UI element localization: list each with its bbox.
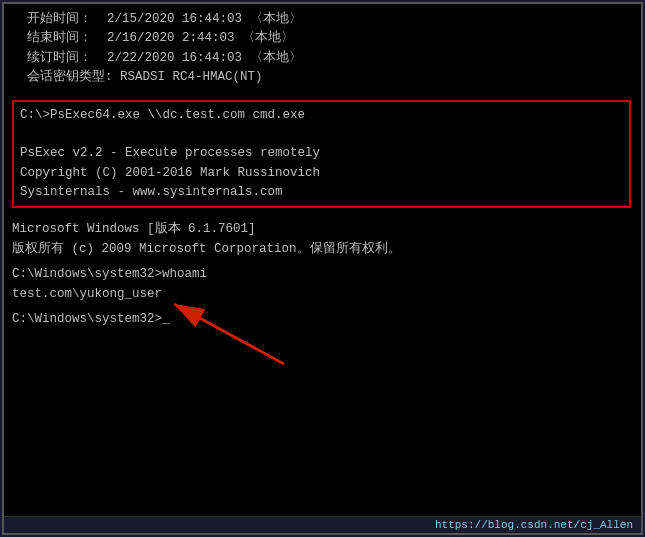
windows-version: Microsoft Windows [版本 6.1.7601] — [12, 220, 633, 239]
psexec-block: C:\>PsExec64.exe \\dc.test.com cmd.exe P… — [12, 100, 631, 209]
final-prompt: C:\Windows\system32>_ — [12, 310, 633, 329]
session-key-line: 会话密钥类型: RSADSI RC4-HMAC(NT) — [12, 68, 633, 87]
terminal-body: 开始时间： 2/15/2020 16:44:03 〈本地〉 结束时间： 2/16… — [4, 4, 641, 516]
windows-copyright: 版权所有 (c) 2009 Microsoft Corporation。保留所有… — [12, 240, 633, 259]
whoami-section: C:\Windows\system32>whoami test.com\yuko… — [12, 265, 633, 304]
windows-info: Microsoft Windows [版本 6.1.7601] 版权所有 (c)… — [12, 220, 633, 259]
status-bar: https://blog.csdn.net/cj_Allen — [4, 516, 641, 533]
terminal-window: 开始时间： 2/15/2020 16:44:03 〈本地〉 结束时间： 2/16… — [2, 2, 643, 535]
end-time-line: 结束时间： 2/16/2020 2:44:03 〈本地〉 — [12, 29, 633, 48]
psexec-sysinternals: Sysinternals - www.sysinternals.com — [20, 183, 623, 202]
psexec-command: C:\>PsExec64.exe \\dc.test.com cmd.exe — [20, 106, 623, 125]
whoami-command: C:\Windows\system32>whoami — [12, 265, 633, 284]
start-time-line: 开始时间： 2/15/2020 16:44:03 〈本地〉 — [12, 10, 633, 29]
psexec-version: PsExec v2.2 - Execute processes remotely — [20, 144, 623, 163]
session-info: 开始时间： 2/15/2020 16:44:03 〈本地〉 结束时间： 2/16… — [12, 10, 633, 88]
renew-time-line: 续订时间： 2/22/2020 16:44:03 〈本地〉 — [12, 49, 633, 68]
psexec-blank — [20, 125, 623, 144]
whoami-result: test.com\yukong_user — [12, 285, 633, 304]
psexec-copyright: Copyright (C) 2001-2016 Mark Russinovich — [20, 164, 623, 183]
url-label: https://blog.csdn.net/cj_Allen — [435, 519, 633, 531]
